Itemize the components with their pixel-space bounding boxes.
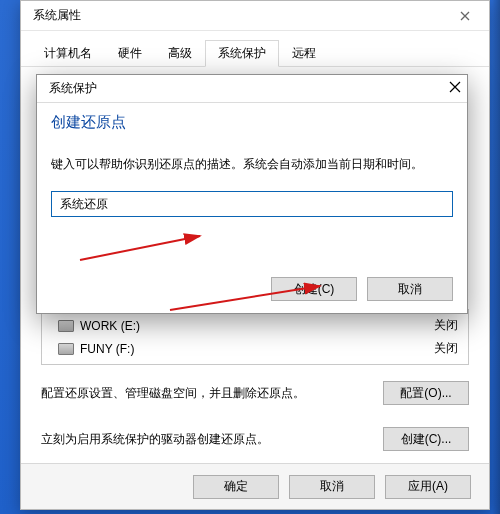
drive-list: WORK (E:) 关闭 FUNY (F:) 关闭 (41, 309, 469, 365)
dialog-heading: 创建还原点 (37, 103, 467, 136)
tab-hardware[interactable]: 硬件 (105, 40, 155, 67)
close-icon (460, 11, 470, 21)
dialog-button-bar: 确定 取消 应用(A) (21, 463, 489, 509)
drive-status: 关闭 (434, 317, 458, 334)
tabs: 计算机名 硬件 高级 系统保护 远程 (21, 31, 489, 67)
tab-system-protection[interactable]: 系统保护 (205, 40, 279, 67)
drive-name: WORK (E:) (80, 319, 140, 333)
tab-advanced[interactable]: 高级 (155, 40, 205, 67)
create-text: 立刻为启用系统保护的驱动器创建还原点。 (41, 430, 367, 448)
tab-computer-name[interactable]: 计算机名 (31, 40, 105, 67)
close-button[interactable] (447, 4, 483, 28)
close-button[interactable] (449, 81, 461, 96)
drive-name: FUNY (F:) (80, 342, 134, 356)
dialog-actions: 创建(C) 取消 (271, 277, 453, 301)
titlebar: 系统保护 (37, 75, 467, 103)
drive-icon (58, 320, 74, 332)
close-icon (449, 81, 461, 93)
cancel-button[interactable]: 取消 (289, 475, 375, 499)
drive-row[interactable]: FUNY (F:) 关闭 (42, 337, 468, 360)
configure-text: 配置还原设置、管理磁盘空间，并且删除还原点。 (41, 384, 367, 402)
configure-button[interactable]: 配置(O)... (383, 381, 469, 405)
drive-row[interactable]: WORK (E:) 关闭 (42, 314, 468, 337)
create-restore-point-dialog: 系统保护 创建还原点 键入可以帮助你识别还原点的描述。系统会自动添加当前日期和时… (36, 74, 468, 314)
ok-button[interactable]: 确定 (193, 475, 279, 499)
apply-button[interactable]: 应用(A) (385, 475, 471, 499)
restore-point-name-input[interactable] (51, 191, 453, 217)
cancel-button[interactable]: 取消 (367, 277, 453, 301)
tab-remote[interactable]: 远程 (279, 40, 329, 67)
dialog-description: 键入可以帮助你识别还原点的描述。系统会自动添加当前日期和时间。 (37, 136, 467, 181)
titlebar: 系统属性 (21, 1, 489, 31)
drive-icon (58, 343, 74, 355)
drive-status: 关闭 (434, 340, 458, 357)
dialog-title: 系统保护 (49, 80, 97, 97)
create-button[interactable]: 创建(C)... (383, 427, 469, 451)
edge-shadow (492, 0, 500, 514)
create-confirm-button[interactable]: 创建(C) (271, 277, 357, 301)
window-title: 系统属性 (33, 7, 81, 24)
